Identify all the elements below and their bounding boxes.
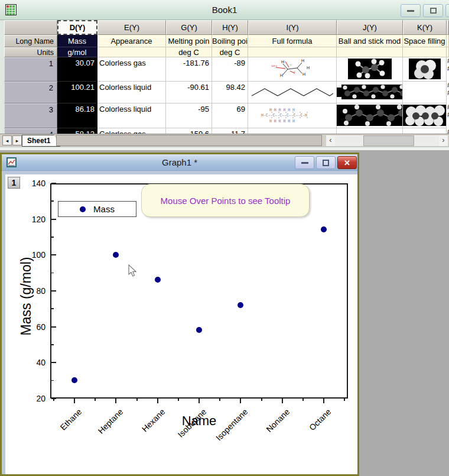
close-icon: ✕ bbox=[344, 159, 350, 167]
cell-appearance-3[interactable]: Colorless liquid bbox=[97, 103, 166, 128]
y-tick-label: 40 bbox=[15, 357, 45, 368]
cell-appearance-4[interactable]: Colorless gas bbox=[97, 128, 166, 134]
cell-spacefill-4[interactable] bbox=[403, 128, 447, 134]
cell-ballstick-2[interactable] bbox=[337, 82, 403, 103]
tab-prev-button[interactable]: ◂ bbox=[2, 135, 12, 145]
cell-overflow-4[interactable]: # bbox=[447, 128, 449, 134]
x-major-tick bbox=[240, 399, 241, 403]
column-header-J[interactable]: J(Y) bbox=[337, 20, 403, 35]
units-formula[interactable] bbox=[248, 47, 337, 57]
column-header-K[interactable]: K(Y) bbox=[403, 20, 447, 35]
column-header-H[interactable]: H(Y) bbox=[212, 20, 248, 35]
cell-mass-2[interactable]: 100.21 bbox=[57, 82, 97, 103]
y-tick-label: 120 bbox=[15, 214, 45, 225]
data-point-heptane[interactable] bbox=[113, 252, 119, 258]
cell-melting-4[interactable]: -159.6 bbox=[166, 128, 212, 134]
graph-close-button[interactable]: ✕ bbox=[337, 156, 357, 169]
units-boiling[interactable]: deg C bbox=[212, 47, 248, 57]
cell-formula-1[interactable]: HHHHH 109.5CC bbox=[248, 57, 337, 82]
scroll-left-icon: ‹ bbox=[329, 135, 331, 144]
column-header-I[interactable]: I(Y) bbox=[248, 20, 337, 35]
cell-ballstick-3[interactable] bbox=[337, 103, 403, 128]
empty-tab-strip bbox=[56, 135, 322, 146]
horizontal-scrollbar[interactable]: ‹ › bbox=[326, 135, 448, 146]
cell-mass-3[interactable]: 86.18 bbox=[57, 103, 97, 128]
workbook-maximize-button[interactable] bbox=[423, 4, 443, 17]
workbook-title: Book1 bbox=[0, 5, 449, 15]
units-mass[interactable]: g/mol bbox=[57, 47, 97, 57]
column-header-overflow[interactable] bbox=[447, 20, 449, 35]
cell-formula-3[interactable]: H H H H H H H-C--C--C--C--C--C-H H H H H… bbox=[248, 103, 337, 128]
column-header-G[interactable]: G(Y) bbox=[166, 20, 212, 35]
units-ballstick[interactable] bbox=[337, 47, 403, 57]
scroll-left-button[interactable]: ‹ bbox=[326, 135, 335, 146]
long-name-boiling[interactable]: Boiling poin bbox=[212, 35, 248, 47]
cell-boiling-4[interactable]: -11.7 bbox=[212, 128, 248, 134]
scroll-right-button[interactable]: › bbox=[439, 135, 448, 146]
units-overflow[interactable] bbox=[447, 47, 449, 57]
row-number[interactable]: 4 bbox=[4, 128, 57, 134]
cell-boiling-2[interactable]: 98.42 bbox=[212, 82, 248, 103]
row-number[interactable]: 1 bbox=[4, 57, 57, 82]
x-major-tick bbox=[157, 399, 158, 403]
legend[interactable]: Mass bbox=[58, 201, 136, 217]
long-name-melting[interactable]: Melting poin bbox=[166, 35, 212, 47]
corner-header-cell[interactable] bbox=[4, 20, 57, 35]
cell-mass-4[interactable]: 58.12 bbox=[57, 128, 97, 134]
cell-spacefill-2-empty[interactable] bbox=[403, 82, 447, 103]
graph-minimize-button[interactable] bbox=[295, 156, 314, 169]
long-name-formula[interactable]: Full formula bbox=[248, 35, 337, 47]
cell-formula-4[interactable]: HCH bbox=[248, 128, 337, 134]
row-label-long-name[interactable]: Long Name bbox=[4, 35, 57, 47]
sheet-tab-sheet1[interactable]: Sheet1 bbox=[22, 135, 60, 147]
long-name-overflow[interactable] bbox=[447, 35, 449, 47]
data-point-hexane[interactable] bbox=[155, 277, 161, 283]
y-major-tick bbox=[51, 254, 56, 255]
long-name-mass[interactable]: Mass bbox=[57, 35, 97, 47]
graph-titlebar[interactable]: Graph1 * ✕ bbox=[2, 154, 357, 171]
column-header-D[interactable]: D(Y) bbox=[57, 20, 97, 35]
long-name-appearance[interactable]: Appearance bbox=[97, 35, 166, 47]
units-spacefill[interactable] bbox=[403, 47, 447, 57]
y-minor-tick bbox=[51, 308, 54, 309]
graph-maximize-button[interactable] bbox=[316, 156, 336, 169]
y-minor-tick bbox=[51, 200, 54, 202]
cell-formula-2[interactable] bbox=[248, 82, 337, 103]
cell-overflow-2[interactable]: ## bbox=[447, 82, 449, 103]
workbook-minimize-button[interactable] bbox=[401, 4, 421, 17]
cell-mass-1[interactable]: 30.07 bbox=[57, 57, 97, 82]
x-minor-tick bbox=[344, 399, 345, 401]
units-melting[interactable]: deg C bbox=[166, 47, 212, 57]
cell-boiling-1[interactable]: -89 bbox=[212, 57, 248, 82]
y-minor-tick bbox=[51, 344, 54, 345]
ball-stick-hexane-image bbox=[337, 105, 403, 126]
workbook-close-button-partial[interactable] bbox=[445, 4, 449, 17]
long-name-spacefill[interactable]: Space filling bbox=[403, 35, 447, 47]
row-label-units[interactable]: Units bbox=[4, 47, 57, 57]
tab-next-button[interactable]: ▸ bbox=[12, 135, 22, 145]
workbook-titlebar[interactable]: Book1 bbox=[0, 0, 449, 20]
tab-prev-icon: ◂ bbox=[6, 138, 9, 144]
cell-melting-3[interactable]: -95 bbox=[166, 103, 212, 128]
cell-melting-2[interactable]: -90.61 bbox=[166, 82, 212, 103]
svg-text:H: H bbox=[302, 72, 305, 76]
cell-ballstick-1[interactable] bbox=[337, 57, 403, 82]
cell-boiling-3[interactable]: 69 bbox=[212, 103, 248, 128]
cell-overflow-3[interactable]: ## bbox=[447, 103, 449, 128]
cell-spacefill-1[interactable] bbox=[403, 57, 447, 82]
cell-appearance-2[interactable]: Colorless liquid bbox=[97, 82, 166, 103]
cell-overflow-1[interactable]: ## bbox=[447, 57, 449, 82]
cell-spacefill-3[interactable] bbox=[403, 103, 447, 128]
scrollbar-thumb[interactable] bbox=[363, 135, 414, 146]
row-number[interactable]: 3 bbox=[4, 103, 57, 128]
column-header-E[interactable]: E(Y) bbox=[97, 20, 166, 35]
row-number[interactable]: 2 bbox=[4, 82, 57, 103]
long-name-ballstick[interactable]: Ball and stick mod bbox=[337, 35, 403, 47]
y-major-tick bbox=[51, 219, 56, 220]
maximize-icon bbox=[323, 160, 329, 166]
cell-ballstick-4[interactable] bbox=[337, 128, 403, 134]
units-appearance[interactable] bbox=[97, 47, 166, 57]
cell-melting-1[interactable]: -181.76 bbox=[166, 57, 212, 82]
svg-text:H: H bbox=[301, 59, 304, 63]
cell-appearance-1[interactable]: Colorless gas bbox=[97, 57, 166, 82]
